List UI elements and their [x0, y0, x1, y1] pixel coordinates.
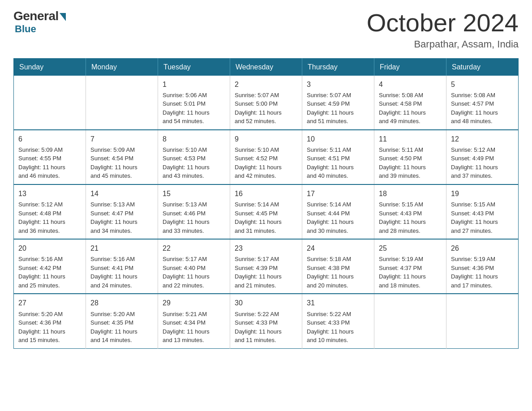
- calendar-cell: 13Sunrise: 5:12 AM Sunset: 4:48 PM Dayli…: [14, 184, 86, 239]
- calendar-cell: 20Sunrise: 5:16 AM Sunset: 4:42 PM Dayli…: [14, 239, 86, 294]
- day-number: 21: [90, 243, 153, 253]
- page-header: General Blue October 2024 Barpathar, Ass…: [13, 9, 519, 50]
- day-number: 17: [307, 188, 369, 199]
- day-number: 15: [163, 188, 225, 199]
- weekday-header-sunday: Sunday: [14, 58, 86, 76]
- day-info: Sunrise: 5:07 AM Sunset: 5:00 PM Dayligh…: [235, 91, 297, 126]
- weekday-header-thursday: Thursday: [302, 58, 374, 76]
- calendar-cell: 3Sunrise: 5:07 AM Sunset: 4:59 PM Daylig…: [302, 76, 374, 130]
- day-number: 6: [18, 134, 81, 144]
- day-info: Sunrise: 5:22 AM Sunset: 4:33 PM Dayligh…: [307, 310, 369, 345]
- weekday-header-saturday: Saturday: [446, 58, 519, 76]
- logo-general-text: General: [13, 9, 59, 23]
- calendar-cell: 7Sunrise: 5:09 AM Sunset: 4:54 PM Daylig…: [86, 130, 158, 184]
- calendar-cell: 12Sunrise: 5:12 AM Sunset: 4:49 PM Dayli…: [446, 130, 519, 184]
- day-number: 24: [307, 243, 369, 253]
- day-number: 9: [235, 134, 297, 144]
- day-number: 25: [379, 243, 442, 253]
- day-info: Sunrise: 5:15 AM Sunset: 4:43 PM Dayligh…: [451, 200, 514, 235]
- day-number: 13: [18, 188, 81, 199]
- calendar-cell: 2Sunrise: 5:07 AM Sunset: 5:00 PM Daylig…: [230, 76, 302, 130]
- calendar-table: SundayMondayTuesdayWednesdayThursdayFrid…: [13, 58, 519, 349]
- day-number: 20: [18, 243, 81, 253]
- weekday-header-friday: Friday: [374, 58, 446, 76]
- day-info: Sunrise: 5:17 AM Sunset: 4:39 PM Dayligh…: [235, 255, 297, 290]
- day-info: Sunrise: 5:10 AM Sunset: 4:52 PM Dayligh…: [235, 146, 297, 180]
- day-info: Sunrise: 5:09 AM Sunset: 4:55 PM Dayligh…: [18, 146, 81, 180]
- day-info: Sunrise: 5:08 AM Sunset: 4:58 PM Dayligh…: [379, 91, 442, 126]
- day-info: Sunrise: 5:14 AM Sunset: 4:44 PM Dayligh…: [307, 200, 369, 235]
- day-info: Sunrise: 5:06 AM Sunset: 5:01 PM Dayligh…: [163, 91, 225, 126]
- day-info: Sunrise: 5:18 AM Sunset: 4:38 PM Dayligh…: [307, 255, 369, 290]
- day-info: Sunrise: 5:12 AM Sunset: 4:48 PM Dayligh…: [18, 200, 81, 235]
- calendar-cell: 6Sunrise: 5:09 AM Sunset: 4:55 PM Daylig…: [14, 130, 86, 184]
- calendar-cell: 28Sunrise: 5:20 AM Sunset: 4:35 PM Dayli…: [86, 294, 158, 348]
- day-info: Sunrise: 5:08 AM Sunset: 4:57 PM Dayligh…: [451, 91, 514, 126]
- day-number: 18: [379, 188, 442, 199]
- day-number: 3: [307, 79, 369, 90]
- day-number: 7: [90, 134, 153, 144]
- weekday-header-wednesday: Wednesday: [230, 58, 302, 76]
- day-info: Sunrise: 5:16 AM Sunset: 4:41 PM Dayligh…: [90, 255, 153, 290]
- calendar-cell: 16Sunrise: 5:14 AM Sunset: 4:45 PM Dayli…: [230, 184, 302, 239]
- calendar-week-row: 6Sunrise: 5:09 AM Sunset: 4:55 PM Daylig…: [14, 130, 519, 184]
- calendar-cell: 31Sunrise: 5:22 AM Sunset: 4:33 PM Dayli…: [302, 294, 374, 348]
- day-info: Sunrise: 5:20 AM Sunset: 4:35 PM Dayligh…: [90, 310, 153, 345]
- day-number: 31: [307, 298, 369, 308]
- day-info: Sunrise: 5:20 AM Sunset: 4:36 PM Dayligh…: [18, 310, 81, 345]
- day-number: 10: [307, 134, 369, 144]
- day-info: Sunrise: 5:22 AM Sunset: 4:33 PM Dayligh…: [235, 310, 297, 345]
- calendar-cell: 11Sunrise: 5:11 AM Sunset: 4:50 PM Dayli…: [374, 130, 446, 184]
- day-number: 5: [451, 79, 514, 90]
- day-number: 26: [451, 243, 514, 253]
- day-number: 12: [451, 134, 514, 144]
- day-number: 11: [379, 134, 442, 144]
- logo-arrow-icon: [60, 13, 66, 21]
- day-number: 23: [235, 243, 297, 253]
- calendar-cell: 18Sunrise: 5:15 AM Sunset: 4:43 PM Dayli…: [374, 184, 446, 239]
- day-number: 29: [163, 298, 225, 308]
- day-info: Sunrise: 5:19 AM Sunset: 4:36 PM Dayligh…: [451, 255, 514, 290]
- day-number: 27: [18, 298, 81, 308]
- day-info: Sunrise: 5:17 AM Sunset: 4:40 PM Dayligh…: [163, 255, 225, 290]
- calendar-cell: 29Sunrise: 5:21 AM Sunset: 4:34 PM Dayli…: [158, 294, 230, 348]
- calendar-cell: 15Sunrise: 5:13 AM Sunset: 4:46 PM Dayli…: [158, 184, 230, 239]
- calendar-cell: 19Sunrise: 5:15 AM Sunset: 4:43 PM Dayli…: [446, 184, 519, 239]
- day-number: 14: [90, 188, 153, 199]
- calendar-cell: 17Sunrise: 5:14 AM Sunset: 4:44 PM Dayli…: [302, 184, 374, 239]
- calendar-week-row: 13Sunrise: 5:12 AM Sunset: 4:48 PM Dayli…: [14, 184, 519, 239]
- calendar-cell: 9Sunrise: 5:10 AM Sunset: 4:52 PM Daylig…: [230, 130, 302, 184]
- day-number: 22: [163, 243, 225, 253]
- calendar-cell: 24Sunrise: 5:18 AM Sunset: 4:38 PM Dayli…: [302, 239, 374, 294]
- day-info: Sunrise: 5:13 AM Sunset: 4:46 PM Dayligh…: [163, 200, 225, 235]
- logo: General Blue: [13, 9, 66, 35]
- calendar-cell: 10Sunrise: 5:11 AM Sunset: 4:51 PM Dayli…: [302, 130, 374, 184]
- calendar-cell: 22Sunrise: 5:17 AM Sunset: 4:40 PM Dayli…: [158, 239, 230, 294]
- day-number: 19: [451, 188, 514, 199]
- day-info: Sunrise: 5:09 AM Sunset: 4:54 PM Dayligh…: [90, 146, 153, 180]
- calendar-week-row: 1Sunrise: 5:06 AM Sunset: 5:01 PM Daylig…: [14, 76, 519, 130]
- calendar-cell: 5Sunrise: 5:08 AM Sunset: 4:57 PM Daylig…: [446, 76, 519, 130]
- weekday-header-monday: Monday: [86, 58, 158, 76]
- calendar-cell: [446, 294, 519, 348]
- calendar-cell: 8Sunrise: 5:10 AM Sunset: 4:53 PM Daylig…: [158, 130, 230, 184]
- calendar-cell: 25Sunrise: 5:19 AM Sunset: 4:37 PM Dayli…: [374, 239, 446, 294]
- day-info: Sunrise: 5:11 AM Sunset: 4:50 PM Dayligh…: [379, 146, 442, 180]
- calendar-cell: [374, 294, 446, 348]
- day-info: Sunrise: 5:12 AM Sunset: 4:49 PM Dayligh…: [451, 146, 514, 180]
- day-number: 4: [379, 79, 442, 90]
- calendar-cell: 14Sunrise: 5:13 AM Sunset: 4:47 PM Dayli…: [86, 184, 158, 239]
- calendar-cell: 4Sunrise: 5:08 AM Sunset: 4:58 PM Daylig…: [374, 76, 446, 130]
- weekday-header-tuesday: Tuesday: [158, 58, 230, 76]
- calendar-cell: [86, 76, 158, 130]
- day-info: Sunrise: 5:19 AM Sunset: 4:37 PM Dayligh…: [379, 255, 442, 290]
- day-info: Sunrise: 5:16 AM Sunset: 4:42 PM Dayligh…: [18, 255, 81, 290]
- day-info: Sunrise: 5:13 AM Sunset: 4:47 PM Dayligh…: [90, 200, 153, 235]
- calendar-cell: 1Sunrise: 5:06 AM Sunset: 5:01 PM Daylig…: [158, 76, 230, 130]
- weekday-header-row: SundayMondayTuesdayWednesdayThursdayFrid…: [14, 58, 519, 76]
- logo-blue-text: Blue: [15, 23, 36, 35]
- day-number: 28: [90, 298, 153, 308]
- calendar-cell: 21Sunrise: 5:16 AM Sunset: 4:41 PM Dayli…: [86, 239, 158, 294]
- day-info: Sunrise: 5:10 AM Sunset: 4:53 PM Dayligh…: [163, 146, 225, 180]
- day-number: 2: [235, 79, 297, 90]
